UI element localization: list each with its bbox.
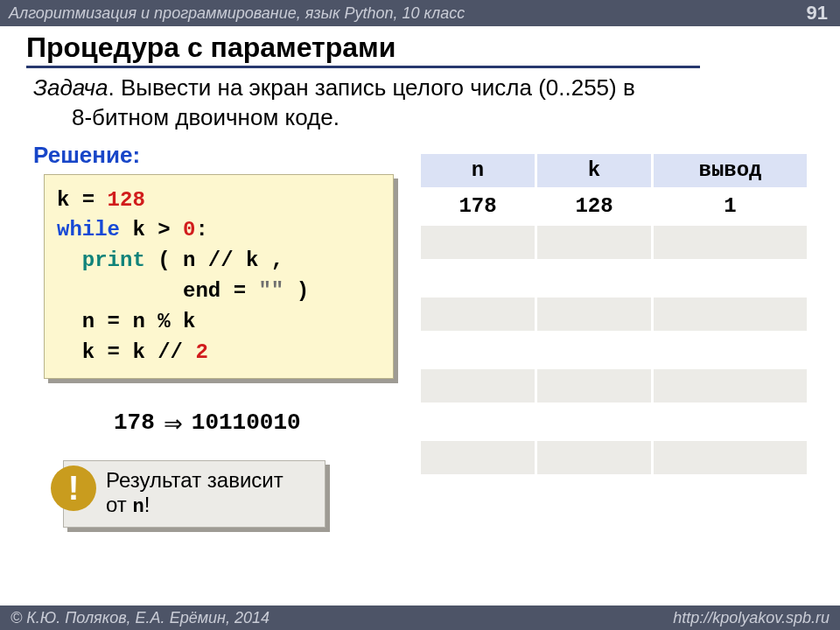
task-line1: . Вывести на экран запись целого числа (… xyxy=(108,74,634,101)
table-row: 178 128 1 xyxy=(421,190,807,223)
note-callout: ! Результат зависит от n! xyxy=(63,460,394,528)
td-k: 128 xyxy=(537,190,651,223)
arrow-icon: ⇒ xyxy=(164,410,183,438)
table-row xyxy=(421,298,807,331)
example-in: 178 xyxy=(114,410,155,436)
copyright: © К.Ю. Поляков, Е.А. Ерёмин, 2014 xyxy=(10,609,270,627)
warning-icon: ! xyxy=(51,466,96,511)
example-out: 10110010 xyxy=(192,410,301,436)
code-keyword: while xyxy=(57,218,120,242)
th-n: n xyxy=(421,154,535,187)
table-row xyxy=(421,226,807,259)
slide-title: Процедура с параметрами xyxy=(26,32,814,64)
note-mono: n xyxy=(132,496,144,518)
table-spacer xyxy=(421,405,807,438)
trace-table: n k вывод 178 128 1 xyxy=(418,151,809,477)
footer-url: http://kpolyakov.spb.ru xyxy=(673,609,830,627)
slide-body: Процедура с параметрами Задача. Вывести … xyxy=(0,26,840,528)
note-line2a: от xyxy=(106,493,132,516)
th-k: k xyxy=(537,154,651,187)
code-text: k = k // xyxy=(57,340,195,364)
title-rule xyxy=(26,66,700,68)
code-text: end = xyxy=(57,279,258,303)
table-row xyxy=(421,369,807,402)
task-label: Задача xyxy=(33,74,108,101)
note-line2c: ! xyxy=(144,493,150,516)
th-out: вывод xyxy=(654,154,807,187)
task-text: Задача. Вывести на экран запись целого ч… xyxy=(26,74,744,133)
course-title: Алгоритмизация и программирование, язык … xyxy=(9,4,465,23)
code-text: ( n // k , xyxy=(145,248,284,272)
example-result: 178 ⇒ 10110010 xyxy=(114,409,394,436)
table-spacer xyxy=(421,333,807,367)
code-number: 128 xyxy=(108,188,145,212)
code-text xyxy=(57,248,82,272)
code-text: : xyxy=(195,218,207,242)
slide-footer: © К.Ю. Поляков, Е.А. Ерёмин, 2014 http:/… xyxy=(0,606,840,630)
table-spacer xyxy=(421,262,807,295)
code-number: 2 xyxy=(195,340,207,364)
code-block: k = 128 while k > 0: print ( n // k , en… xyxy=(44,174,394,380)
page-number: 91 xyxy=(807,2,828,24)
table-row xyxy=(421,441,807,474)
code-builtin: print xyxy=(82,248,145,272)
code-text: ) xyxy=(284,279,309,303)
note-line1: Результат зависит xyxy=(106,468,284,492)
td-out: 1 xyxy=(654,190,807,223)
slide-header: Алгоритмизация и программирование, язык … xyxy=(0,0,840,26)
table-header-row: n k вывод xyxy=(421,154,807,187)
td-n: 178 xyxy=(421,190,535,223)
note-box: Результат зависит от n! xyxy=(63,460,326,528)
code-number: 0 xyxy=(183,218,195,242)
code-text: n = n % k xyxy=(57,310,195,333)
task-line2: 8-битном двоичном коде. xyxy=(33,103,340,133)
code-string: "" xyxy=(258,279,284,303)
code-text: k > xyxy=(120,218,183,242)
code-text: k = xyxy=(57,188,108,212)
